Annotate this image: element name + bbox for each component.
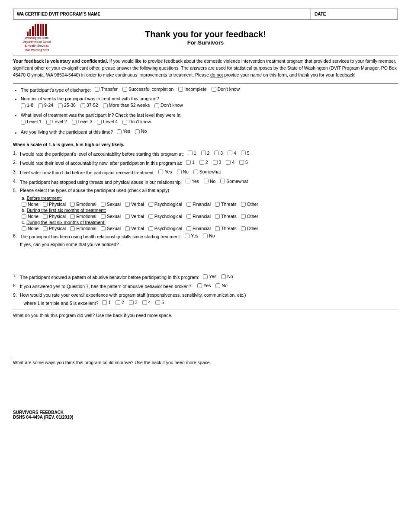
q4-no[interactable]: No	[204, 178, 215, 185]
question-4: 4. The participant has stopped using thr…	[13, 178, 398, 186]
question-3: 3. I feel safer now than I did before th…	[13, 168, 398, 176]
abuse-last6-label: c. During the last six months of treatme…	[22, 220, 398, 225]
before-psychological[interactable]: Psychological	[148, 202, 182, 207]
discharge-incomplete[interactable]: Incomplete	[178, 86, 206, 93]
before-verbal[interactable]: Verbal	[125, 202, 144, 207]
weeks-dontknow[interactable]: Don't know	[154, 102, 183, 109]
q8-no[interactable]: No	[215, 282, 227, 289]
living-no[interactable]: No	[135, 128, 147, 135]
q7-no[interactable]: No	[221, 273, 233, 280]
discharge-dontknow[interactable]: Don't know	[212, 86, 240, 93]
q1-3[interactable]: 3	[214, 150, 223, 157]
last6-physical[interactable]: Physical	[43, 226, 66, 231]
first6-sexual[interactable]: Sexual	[101, 214, 121, 219]
q1-5[interactable]: 5	[241, 150, 250, 157]
before-physical[interactable]: Physical	[43, 202, 66, 207]
q9-5[interactable]: 5	[155, 299, 164, 306]
page-subtitle: For Survivors	[61, 39, 350, 46]
level-1[interactable]: Level 1	[21, 119, 42, 125]
q1-2[interactable]: 2	[201, 150, 210, 157]
weeks-37-52[interactable]: 37-52	[80, 102, 98, 109]
q2-1[interactable]: 1	[186, 159, 195, 166]
open-answer-2	[13, 367, 398, 401]
level-3[interactable]: Level 3	[72, 119, 93, 125]
question-8: 8. If you answered yes to Question 7, ha…	[13, 282, 398, 290]
q3-somewhat[interactable]: Somewhat	[193, 168, 221, 176]
q7-yes[interactable]: Yes	[203, 273, 216, 280]
logo-tagline: Transforming lives	[25, 48, 49, 51]
q6-followup: If yes, can you explain some that you've…	[20, 242, 398, 247]
q2-3[interactable]: 3	[213, 159, 222, 166]
discharge-transfer[interactable]: Transfer	[95, 86, 118, 93]
last6-other[interactable]: Other	[241, 226, 258, 231]
level-2[interactable]: Level 2	[46, 119, 67, 125]
first6-financial[interactable]: Financial	[186, 214, 211, 219]
q3-yes[interactable]: Yes	[158, 168, 172, 176]
q2-4[interactable]: 4	[226, 159, 234, 166]
before-none[interactable]: None	[22, 202, 39, 207]
abuse-before-label: a. Before treatment:	[22, 195, 398, 201]
page-title: Thank you for your feedback!	[61, 29, 350, 39]
logo-title-row: Washington State Department of Social & …	[13, 24, 398, 51]
q4-somewhat[interactable]: Somewhat	[220, 178, 248, 185]
q4-yes[interactable]: Yes	[186, 178, 199, 185]
abuse-first6-label: b. During the first six months of treatm…	[22, 208, 398, 213]
weeks-1-8[interactable]: 1-8	[21, 102, 33, 109]
top-header: WA CERTIFIED DVIT PROGRAM'S NAME DATE	[13, 9, 398, 19]
first6-psychological[interactable]: Psychological	[148, 214, 182, 219]
last6-verbal[interactable]: Verbal	[125, 226, 144, 231]
level-dontknow[interactable]: Don't know	[122, 119, 151, 125]
bottom-footer: SURVIVORS FEEDBACK DSHS 04-449A (REV. 01…	[13, 410, 398, 420]
q9-4[interactable]: 4	[142, 299, 151, 306]
open-question-2: What are some ways you think this progra…	[13, 360, 398, 365]
question-1: 1. I would rate the participant's level …	[13, 150, 398, 158]
q3-no[interactable]: No	[177, 168, 189, 176]
q8-yes[interactable]: Yes	[197, 282, 211, 289]
bullet-list: The participant's type of discharge: Tra…	[21, 86, 398, 136]
last6-financial[interactable]: Financial	[186, 226, 211, 231]
living-yes[interactable]: Yes	[117, 128, 130, 135]
last6-none[interactable]: None	[22, 226, 39, 231]
weeks-25-36[interactable]: 25-36	[58, 102, 76, 109]
discharge-successful[interactable]: Successful completion	[122, 86, 173, 93]
first6-other[interactable]: Other	[241, 214, 258, 219]
level-4[interactable]: Level 4	[97, 119, 118, 125]
bullet-level: What level of treatment was the particip…	[21, 112, 398, 127]
logo-text: Washington State Department of Social & …	[22, 36, 51, 48]
last6-threats[interactable]: Threats	[215, 226, 237, 231]
first6-threats[interactable]: Threats	[215, 214, 237, 219]
last6-emotional[interactable]: Emotional	[70, 226, 96, 231]
last6-psychological[interactable]: Psychological	[148, 226, 182, 231]
first6-physical[interactable]: Physical	[43, 214, 66, 219]
q9-3[interactable]: 3	[129, 299, 138, 306]
first6-verbal[interactable]: Verbal	[125, 214, 144, 219]
before-other[interactable]: Other	[241, 202, 258, 207]
question-2: 2. I would rate their level of accountab…	[13, 159, 398, 167]
bullet-weeks: Number of weeks the participant was in t…	[21, 96, 398, 110]
abuse-section: a. Before treatment: None Physical Emoti…	[22, 195, 398, 231]
q9-2[interactable]: 2	[116, 299, 124, 306]
q2-5[interactable]: 5	[239, 159, 248, 166]
first6-emotional[interactable]: Emotional	[70, 214, 96, 219]
before-emotional[interactable]: Emotional	[70, 202, 96, 207]
q6-answer-space	[13, 249, 398, 270]
q6-no[interactable]: No	[203, 232, 215, 240]
q1-1[interactable]: 1	[188, 150, 196, 157]
before-sexual[interactable]: Sexual	[101, 202, 121, 207]
date-field: DATE	[311, 9, 398, 19]
before-threats[interactable]: Threats	[215, 202, 237, 207]
q9-1[interactable]: 1	[102, 299, 111, 306]
weeks-52plus[interactable]: More than 52 weeks	[103, 102, 150, 109]
q6-yes[interactable]: Yes	[185, 232, 198, 240]
intro-text: Your feedback is voluntary and confident…	[13, 58, 398, 78]
abuse-before-row: None Physical Emotional Sexual Verbal Ps…	[22, 202, 398, 207]
abuse-last6-row: None Physical Emotional Sexual Verbal Ps…	[22, 226, 398, 231]
weeks-9-24[interactable]: 9-24	[38, 102, 53, 109]
before-financial[interactable]: Financial	[186, 202, 211, 207]
q1-4[interactable]: 4	[228, 150, 236, 157]
first6-none[interactable]: None	[22, 214, 39, 219]
scale-intro: When a scale of 1-5 is given, 5 is high …	[13, 142, 398, 147]
last6-sexual[interactable]: Sexual	[101, 226, 121, 231]
question-5: 5. Please select the types of abuse the …	[13, 187, 398, 194]
q2-2[interactable]: 2	[199, 159, 208, 166]
